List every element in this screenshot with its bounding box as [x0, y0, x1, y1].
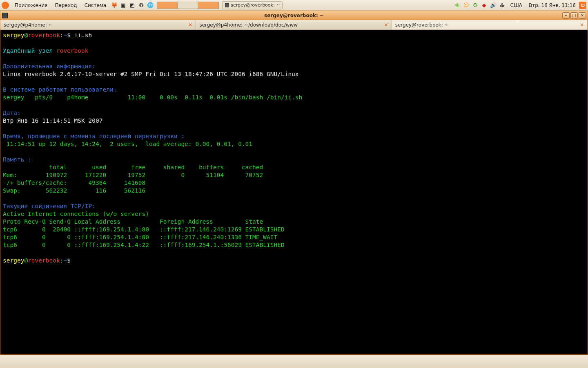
- keyboard-layout[interactable]: США: [507, 2, 526, 8]
- close-button[interactable]: ✕: [579, 12, 586, 19]
- tab-label: sergey@roverbook: ~: [395, 22, 449, 28]
- workspace-switcher[interactable]: [157, 2, 219, 9]
- workspace-1[interactable]: [157, 2, 178, 9]
- taskbar-title: sergey@roverbook: ~: [231, 2, 280, 8]
- minimize-button[interactable]: –: [562, 12, 570, 19]
- tab-close-icon[interactable]: ✕: [384, 22, 388, 28]
- tab-close-icon[interactable]: ✕: [580, 22, 584, 28]
- tab-close-icon[interactable]: ✕: [188, 22, 192, 28]
- volume-icon[interactable]: 🔊: [490, 2, 497, 9]
- menu-system[interactable]: Система: [81, 2, 110, 8]
- logout-icon[interactable]: ⏻: [579, 2, 586, 9]
- terminal-output[interactable]: sergey@roverbook:~$ ii.sh Удалённый узел…: [0, 30, 588, 355]
- tray-icon-1[interactable]: ❀: [454, 2, 461, 9]
- tray-icon-3[interactable]: ♻: [472, 2, 479, 9]
- panel-clock[interactable]: Втр, 16 Янв, 11:16: [526, 2, 578, 8]
- workspace-3[interactable]: [198, 2, 218, 9]
- tab-2[interactable]: sergey@p4home: ~/download/doc/www ✕: [196, 20, 392, 29]
- taskbar-entry[interactable]: sergey@roverbook: ~: [222, 1, 283, 9]
- maximize-button[interactable]: □: [570, 12, 578, 19]
- menu-applications[interactable]: Приложения: [11, 2, 51, 8]
- tab-3[interactable]: sergey@roverbook: ~ ✕: [392, 20, 588, 29]
- tray-icon-4[interactable]: ◆: [481, 2, 488, 9]
- taskbar-app-icon: [225, 3, 229, 7]
- terminal-tabs: sergey@p4home: ~ ✕ sergey@p4home: ~/down…: [0, 20, 588, 30]
- terminal-window: sergey@roverbook: ~ – □ ✕ sergey@p4home:…: [0, 11, 588, 355]
- window-titlebar[interactable]: sergey@roverbook: ~ – □ ✕: [0, 11, 588, 20]
- tab-label: sergey@p4home: ~: [4, 22, 53, 28]
- tab-label: sergey@p4home: ~/download/doc/www: [199, 22, 298, 28]
- app-icon-1[interactable]: ◩: [129, 2, 136, 9]
- network-icon[interactable]: 🖧: [499, 2, 506, 9]
- tab-1[interactable]: sergey@p4home: ~ ✕: [0, 20, 196, 29]
- ubuntu-logo-icon[interactable]: [2, 2, 9, 9]
- tray-icon-2[interactable]: ☺: [463, 2, 470, 9]
- window-app-icon: [2, 13, 8, 18]
- window-title: sergey@roverbook: ~: [264, 13, 324, 18]
- browser-icon[interactable]: 🌐: [147, 2, 154, 9]
- gnome-top-panel: Приложения Переход Система 🦊 ▣ ◩ ❂ 🌐 ser…: [0, 0, 588, 11]
- app-icon-2[interactable]: ❂: [138, 2, 145, 9]
- menu-places[interactable]: Переход: [52, 2, 80, 8]
- terminal-launcher-icon[interactable]: ▣: [120, 2, 127, 9]
- gnome-bottom-panel[interactable]: [0, 355, 588, 368]
- workspace-2[interactable]: [178, 2, 198, 9]
- firefox-icon[interactable]: 🦊: [111, 2, 118, 9]
